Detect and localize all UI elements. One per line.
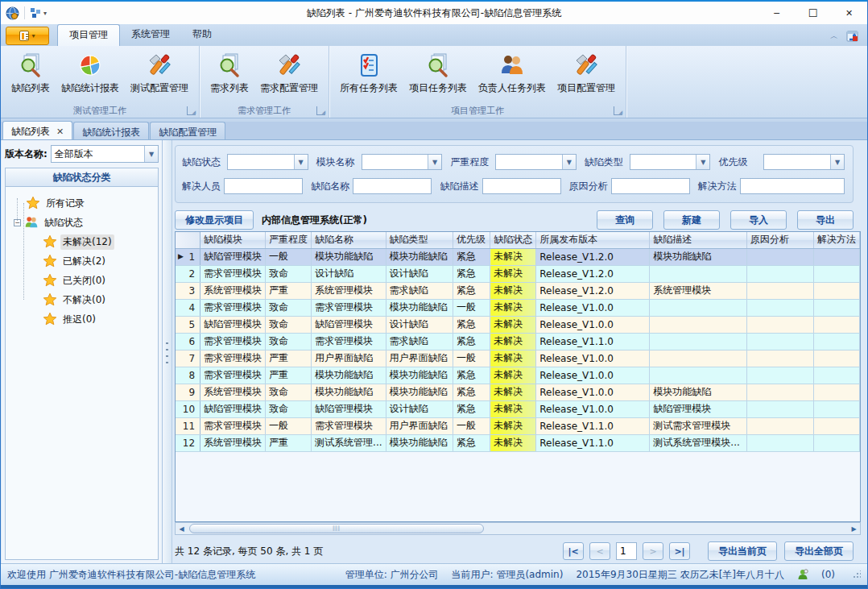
grid-cell[interactable]: Release_V1.1.0	[536, 434, 650, 451]
grid-cell[interactable]	[813, 282, 859, 299]
grid-cell[interactable]	[813, 316, 859, 333]
grid-cell[interactable]: 模块功能缺陷	[386, 384, 453, 400]
grid-cell[interactable]: 紧急	[453, 282, 490, 299]
export-current-page-button[interactable]: 导出当前页	[708, 541, 777, 561]
scroll-left-icon[interactable]: ◀	[176, 523, 188, 534]
chevron-down-icon[interactable]: ▼	[428, 155, 441, 169]
action-button[interactable]: 导出	[797, 210, 854, 230]
grid-header-cell[interactable]: 原因分析	[746, 232, 813, 248]
grid-cell[interactable]: 需求缺陷	[386, 333, 453, 350]
table-row[interactable]: 2需求管理模块致命设计缺陷设计缺陷紧急未解决Release_V1.2.0	[176, 265, 860, 282]
grid-cell[interactable]	[813, 248, 859, 265]
grid-header-cell[interactable]: 缺陷状态	[490, 232, 536, 248]
grid-row-indicator[interactable]: 9	[176, 384, 200, 400]
grid-cell[interactable]: 模块功能缺陷	[386, 248, 453, 265]
grid-cell[interactable]: 模块功能缺陷	[650, 384, 746, 400]
table-row[interactable]: 12系统管理模块严重测试系统管理...模块功能缺陷紧急未解决Release_V1…	[176, 434, 860, 451]
grid-cell[interactable]	[813, 384, 859, 400]
grid-cell[interactable]	[746, 248, 813, 265]
grid-cell[interactable]: Release_V1.0.0	[536, 400, 650, 417]
document-tab[interactable]: 缺陷统计报表	[73, 122, 149, 139]
tree-item[interactable]: 所有记录	[7, 193, 156, 213]
filter-input[interactable]	[353, 178, 432, 194]
close-tab-icon[interactable]: ✕	[56, 127, 64, 137]
table-row[interactable]: 4需求管理模块致命需求管理模块模块功能缺陷一般未解决Release_V1.0.0	[176, 299, 860, 316]
grid-row-indicator[interactable]: 7	[176, 350, 200, 367]
grid-cell[interactable]: 缺陷管理模块	[200, 316, 266, 333]
action-button[interactable]: 导入	[730, 210, 787, 230]
grid-cell[interactable]	[813, 417, 859, 434]
horizontal-scrollbar[interactable]: ◀ ⫿⫿⫿ ▶	[175, 522, 861, 535]
filter-select[interactable]: ▼	[362, 154, 443, 170]
grid-cell[interactable]: 一般	[266, 417, 312, 434]
tree-item[interactable]: 未解决(12)	[7, 232, 156, 251]
grid-row-indicator[interactable]: 2	[176, 265, 200, 282]
chevron-down-icon[interactable]: ▼	[696, 155, 709, 169]
grid-cell[interactable]	[813, 400, 859, 417]
grid-row-indicator[interactable]: 1▶	[176, 248, 200, 265]
grid-cell[interactable]	[746, 333, 813, 350]
grid-cell[interactable]: 需求管理模块	[200, 350, 266, 367]
grid-cell[interactable]: 一般	[453, 417, 490, 434]
ribbon-button[interactable]: 需求配置管理	[254, 49, 324, 97]
grid-cell[interactable]: 模块功能缺陷	[650, 248, 746, 265]
grid-cell[interactable]: 测试系统管理...	[312, 434, 386, 451]
grid-cell[interactable]: 用户界面缺陷	[386, 417, 453, 434]
grid-cell[interactable]: 设计缺陷	[386, 400, 453, 417]
grid-cell[interactable]	[746, 400, 813, 417]
grid-cell[interactable]: 严重	[266, 434, 312, 451]
filter-select[interactable]: ▼	[763, 154, 845, 170]
grid-cell[interactable]	[746, 367, 813, 384]
grid-cell[interactable]	[746, 350, 813, 367]
grid-cell[interactable]: 未解决	[490, 400, 536, 417]
ribbon-button[interactable]: 项目任务列表	[403, 49, 473, 97]
grid-cell[interactable]: Release_V1.2.0	[536, 282, 650, 299]
scroll-right-icon[interactable]: ▶	[848, 523, 860, 534]
ribbon-button[interactable]: 项目配置管理	[552, 49, 621, 97]
grid-cell[interactable]: Release_V1.1.0	[536, 333, 650, 350]
chevron-down-icon[interactable]: ▼	[294, 155, 308, 169]
grid-cell[interactable]	[813, 265, 859, 282]
grid-cell[interactable]: 一般	[453, 299, 490, 316]
modify-columns-button[interactable]: 修改显示项目	[175, 210, 254, 230]
page-number-input[interactable]	[616, 542, 637, 560]
minimize-button[interactable]: ─	[758, 2, 795, 24]
action-button[interactable]: 查询	[597, 210, 653, 230]
grid-cell[interactable]: Release_V1.0.0	[536, 350, 650, 367]
grid-cell[interactable]	[746, 265, 813, 282]
grid-row-indicator[interactable]: 12	[176, 434, 200, 451]
grid-cell[interactable]: 缺陷管理模块	[200, 400, 266, 417]
grid-cell[interactable]: 模块功能缺陷	[312, 384, 386, 400]
grid-cell[interactable]	[813, 333, 859, 350]
grid-cell[interactable]	[746, 282, 813, 299]
dialog-launcher-icon[interactable]	[187, 106, 196, 115]
grid-cell[interactable]: Release_V1.1.0	[536, 417, 650, 434]
grid-cell[interactable]: 模块功能缺陷	[386, 367, 453, 384]
grid-cell[interactable]: 致命	[266, 333, 312, 350]
table-row[interactable]: 6需求管理模块致命需求管理模块需求缺陷紧急未解决Release_V1.1.0	[176, 333, 860, 350]
filter-select[interactable]: ▼	[630, 154, 711, 170]
grid-cell[interactable]: 需求管理模块	[200, 417, 266, 434]
resize-grip[interactable]	[853, 570, 861, 579]
grid-cell[interactable]: 模块功能缺陷	[386, 299, 453, 316]
grid-cell[interactable]: 测试系统管理模块...	[650, 434, 746, 451]
grid-cell[interactable]	[813, 350, 859, 367]
grid-cell[interactable]: 缺陷管理模块	[200, 248, 266, 265]
grid-cell[interactable]: 紧急	[453, 265, 490, 282]
grid-row-indicator[interactable]: 3	[176, 282, 200, 299]
grid-cell[interactable]	[746, 434, 813, 451]
grid-cell[interactable]: 系统管理模块	[200, 384, 266, 400]
grid-row-indicator[interactable]: 6	[176, 333, 200, 350]
grid-cell[interactable]: 未解决	[490, 299, 536, 316]
grid-cell[interactable]: 紧急	[453, 367, 490, 384]
grid-cell[interactable]: 严重	[266, 282, 312, 299]
grid-cell[interactable]: 需求管理模块	[312, 299, 386, 316]
ribbon-button[interactable]: 缺陷统计报表	[56, 49, 125, 97]
grid-cell[interactable]: 系统管理模块	[200, 282, 266, 299]
application-menu-button[interactable]: ▾	[6, 27, 49, 45]
grid-cell[interactable]	[813, 367, 859, 384]
version-select[interactable]: 全部版本 ▼	[51, 145, 159, 163]
document-tab[interactable]: 缺陷列表✕	[2, 121, 72, 139]
table-row[interactable]: 7需求管理模块严重用户界面缺陷用户界面缺陷一般未解决Release_V1.0.0	[176, 350, 860, 367]
export-all-pages-button[interactable]: 导出全部页	[784, 541, 854, 561]
